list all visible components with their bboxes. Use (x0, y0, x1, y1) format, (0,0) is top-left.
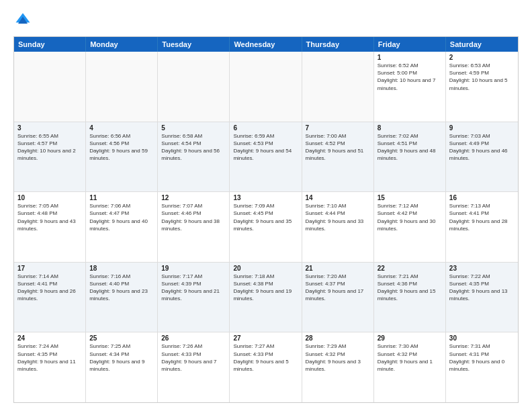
cal-day-16: 16Sunrise: 7:13 AM Sunset: 4:41 PM Dayli… (446, 192, 518, 262)
day-number: 23 (449, 265, 515, 272)
cal-day-17: 17Sunrise: 7:14 AM Sunset: 4:41 PM Dayli… (14, 263, 86, 332)
logo (13, 11, 35, 30)
day-info: Sunrise: 7:17 AM Sunset: 4:39 PM Dayligh… (161, 273, 226, 303)
cal-header-thursday: Thursday (302, 37, 374, 52)
day-info: Sunrise: 7:03 AM Sunset: 4:49 PM Dayligh… (449, 132, 515, 163)
day-info: Sunrise: 7:10 AM Sunset: 4:44 PM Dayligh… (306, 202, 370, 232)
calendar-body: 1Sunrise: 6:52 AM Sunset: 5:00 PM Daylig… (14, 52, 518, 402)
cal-day-21: 21Sunrise: 7:20 AM Sunset: 4:37 PM Dayli… (302, 263, 374, 332)
cal-day-24: 24Sunrise: 7:24 AM Sunset: 4:35 PM Dayli… (14, 332, 86, 402)
day-number: 22 (378, 265, 442, 272)
day-number: 27 (233, 334, 298, 342)
day-info: Sunrise: 7:13 AM Sunset: 4:41 PM Dayligh… (449, 202, 515, 232)
day-number: 8 (378, 124, 442, 132)
cal-day-20: 20Sunrise: 7:18 AM Sunset: 4:38 PM Dayli… (230, 263, 302, 332)
day-info: Sunrise: 7:16 AM Sunset: 4:40 PM Dayligh… (89, 273, 154, 303)
day-number: 12 (161, 194, 226, 201)
day-number: 24 (17, 334, 82, 342)
day-number: 21 (306, 265, 370, 272)
cal-day-18: 18Sunrise: 7:16 AM Sunset: 4:40 PM Dayli… (86, 263, 158, 332)
day-number: 9 (449, 124, 515, 132)
cal-day-28: 28Sunrise: 7:29 AM Sunset: 4:32 PM Dayli… (302, 332, 374, 402)
day-info: Sunrise: 7:26 AM Sunset: 4:33 PM Dayligh… (161, 342, 226, 373)
day-info: Sunrise: 6:52 AM Sunset: 5:00 PM Dayligh… (378, 62, 442, 92)
header (13, 11, 519, 30)
day-number: 6 (233, 124, 298, 132)
day-number: 18 (89, 265, 154, 272)
day-info: Sunrise: 7:07 AM Sunset: 4:46 PM Dayligh… (161, 202, 226, 232)
day-info: Sunrise: 7:29 AM Sunset: 4:32 PM Dayligh… (306, 342, 370, 373)
day-number: 2 (449, 54, 515, 61)
day-info: Sunrise: 7:31 AM Sunset: 4:31 PM Dayligh… (449, 342, 515, 373)
cal-empty (230, 52, 302, 122)
day-number: 15 (378, 194, 442, 201)
cal-week-5: 24Sunrise: 7:24 AM Sunset: 4:35 PM Dayli… (14, 332, 518, 402)
day-info: Sunrise: 7:30 AM Sunset: 4:32 PM Dayligh… (378, 342, 442, 373)
day-info: Sunrise: 7:24 AM Sunset: 4:35 PM Dayligh… (17, 342, 82, 373)
cal-header-monday: Monday (86, 37, 158, 52)
cal-day-26: 26Sunrise: 7:26 AM Sunset: 4:33 PM Dayli… (158, 332, 230, 402)
cal-day-22: 22Sunrise: 7:21 AM Sunset: 4:36 PM Dayli… (374, 263, 446, 332)
day-number: 19 (161, 265, 226, 272)
cal-day-1: 1Sunrise: 6:52 AM Sunset: 5:00 PM Daylig… (374, 52, 446, 122)
day-info: Sunrise: 7:05 AM Sunset: 4:48 PM Dayligh… (17, 202, 82, 232)
day-info: Sunrise: 7:09 AM Sunset: 4:45 PM Dayligh… (233, 202, 298, 232)
cal-day-15: 15Sunrise: 7:12 AM Sunset: 4:42 PM Dayli… (374, 192, 446, 262)
cal-empty (158, 52, 230, 122)
day-info: Sunrise: 6:56 AM Sunset: 4:56 PM Dayligh… (89, 132, 154, 163)
day-number: 10 (17, 194, 82, 201)
cal-header-sunday: Sunday (14, 37, 86, 52)
cal-day-7: 7Sunrise: 7:00 AM Sunset: 4:52 PM Daylig… (302, 122, 374, 192)
calendar: SundayMondayTuesdayWednesdayThursdayFrid… (13, 36, 519, 403)
cal-empty (86, 52, 158, 122)
day-info: Sunrise: 6:59 AM Sunset: 4:53 PM Dayligh… (233, 132, 298, 163)
day-info: Sunrise: 7:02 AM Sunset: 4:51 PM Dayligh… (378, 132, 442, 163)
day-number: 16 (449, 194, 515, 201)
cal-week-4: 17Sunrise: 7:14 AM Sunset: 4:41 PM Dayli… (14, 263, 518, 333)
day-info: Sunrise: 7:18 AM Sunset: 4:38 PM Dayligh… (233, 273, 298, 303)
cal-day-27: 27Sunrise: 7:27 AM Sunset: 4:33 PM Dayli… (230, 332, 302, 402)
cal-day-10: 10Sunrise: 7:05 AM Sunset: 4:48 PM Dayli… (14, 192, 86, 262)
day-number: 14 (306, 194, 370, 201)
cal-day-3: 3Sunrise: 6:55 AM Sunset: 4:57 PM Daylig… (14, 122, 86, 192)
day-info: Sunrise: 7:22 AM Sunset: 4:35 PM Dayligh… (449, 273, 515, 303)
cal-header-saturday: Saturday (446, 37, 518, 52)
day-number: 4 (89, 124, 154, 132)
cal-day-8: 8Sunrise: 7:02 AM Sunset: 4:51 PM Daylig… (374, 122, 446, 192)
day-number: 3 (17, 124, 82, 132)
day-number: 28 (306, 334, 370, 342)
day-number: 30 (449, 334, 515, 342)
day-info: Sunrise: 6:58 AM Sunset: 4:54 PM Dayligh… (161, 132, 226, 163)
cal-day-6: 6Sunrise: 6:59 AM Sunset: 4:53 PM Daylig… (230, 122, 302, 192)
page: SundayMondayTuesdayWednesdayThursdayFrid… (0, 0, 532, 411)
day-info: Sunrise: 7:00 AM Sunset: 4:52 PM Dayligh… (306, 132, 370, 163)
cal-day-11: 11Sunrise: 7:06 AM Sunset: 4:47 PM Dayli… (86, 192, 158, 262)
day-info: Sunrise: 7:25 AM Sunset: 4:34 PM Dayligh… (89, 342, 154, 373)
day-number: 5 (161, 124, 226, 132)
cal-day-14: 14Sunrise: 7:10 AM Sunset: 4:44 PM Dayli… (302, 192, 374, 262)
cal-day-30: 30Sunrise: 7:31 AM Sunset: 4:31 PM Dayli… (446, 332, 518, 402)
cal-day-23: 23Sunrise: 7:22 AM Sunset: 4:35 PM Dayli… (446, 263, 518, 332)
day-info: Sunrise: 7:14 AM Sunset: 4:41 PM Dayligh… (17, 273, 82, 303)
cal-day-5: 5Sunrise: 6:58 AM Sunset: 4:54 PM Daylig… (158, 122, 230, 192)
cal-week-2: 3Sunrise: 6:55 AM Sunset: 4:57 PM Daylig… (14, 122, 518, 193)
cal-header-friday: Friday (374, 37, 446, 52)
cal-day-9: 9Sunrise: 7:03 AM Sunset: 4:49 PM Daylig… (446, 122, 518, 192)
day-info: Sunrise: 7:12 AM Sunset: 4:42 PM Dayligh… (378, 202, 442, 232)
cal-day-29: 29Sunrise: 7:30 AM Sunset: 4:32 PM Dayli… (374, 332, 446, 402)
day-number: 20 (233, 265, 298, 272)
day-info: Sunrise: 7:20 AM Sunset: 4:37 PM Dayligh… (306, 273, 370, 303)
day-number: 25 (89, 334, 154, 342)
cal-day-12: 12Sunrise: 7:07 AM Sunset: 4:46 PM Dayli… (158, 192, 230, 262)
cal-empty (302, 52, 374, 122)
cal-day-13: 13Sunrise: 7:09 AM Sunset: 4:45 PM Dayli… (230, 192, 302, 262)
day-number: 7 (306, 124, 370, 132)
cal-day-25: 25Sunrise: 7:25 AM Sunset: 4:34 PM Dayli… (86, 332, 158, 402)
day-info: Sunrise: 6:53 AM Sunset: 4:59 PM Dayligh… (449, 62, 515, 92)
cal-empty (14, 52, 86, 122)
day-info: Sunrise: 7:21 AM Sunset: 4:36 PM Dayligh… (378, 273, 442, 303)
day-info: Sunrise: 7:06 AM Sunset: 4:47 PM Dayligh… (89, 202, 154, 232)
day-number: 13 (233, 194, 298, 201)
cal-day-2: 2Sunrise: 6:53 AM Sunset: 4:59 PM Daylig… (446, 52, 518, 122)
day-number: 29 (378, 334, 442, 342)
